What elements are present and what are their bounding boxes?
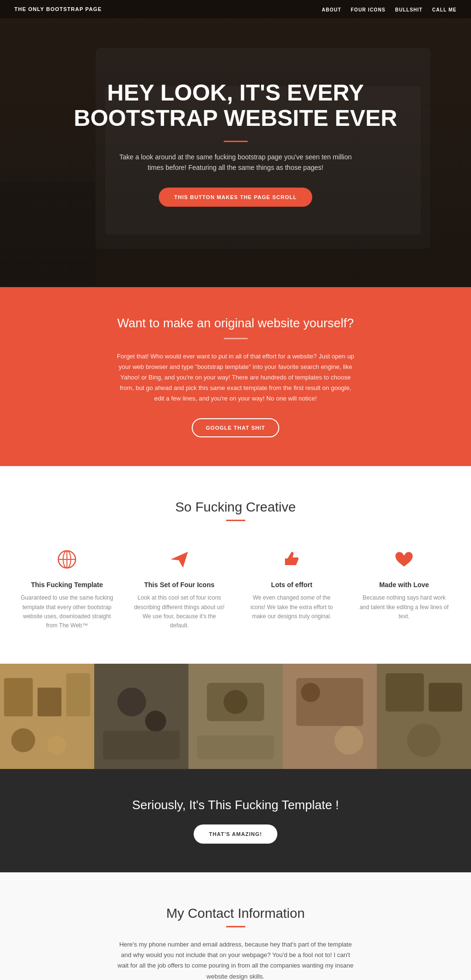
contact-divider bbox=[226, 926, 245, 927]
creative-heading: So Fucking Creative bbox=[14, 500, 457, 515]
nav-about[interactable]: ABOUT bbox=[322, 7, 341, 12]
contact-desc: Here's my phone number and email address… bbox=[116, 939, 355, 980]
orange-divider bbox=[224, 338, 248, 339]
svg-point-18 bbox=[224, 690, 248, 714]
hero-subtitle: Take a look around at the same fucking b… bbox=[116, 152, 355, 173]
nav-four-icons[interactable]: FOUR ICONS bbox=[351, 7, 386, 12]
effort-title: Lots of effort bbox=[245, 581, 339, 589]
contact-heading: My Contact Information bbox=[14, 906, 457, 921]
nav-bullshit[interactable]: BULLSHIT bbox=[395, 7, 422, 12]
nav-brand: THE ONLY BOOTSTRAP PAGE bbox=[14, 6, 102, 12]
svg-point-27 bbox=[407, 724, 441, 757]
icon-item-four-icons: This Set of Four Icons Look at this cool… bbox=[133, 545, 226, 630]
four-icons-title: This Set of Four Icons bbox=[133, 581, 226, 589]
four-icons-desc: Look at this cool set of four icons desc… bbox=[133, 593, 226, 630]
svg-point-23 bbox=[335, 726, 363, 755]
heart-icon bbox=[390, 545, 418, 574]
nav-links: ABOUT FOUR ICONS BULLSHIT CALL ME bbox=[322, 5, 457, 13]
svg-rect-25 bbox=[386, 673, 424, 712]
svg-point-13 bbox=[118, 688, 146, 716]
effort-desc: We even changed some of the icons! We ta… bbox=[245, 593, 339, 621]
svg-marker-4 bbox=[171, 552, 188, 567]
svg-point-11 bbox=[47, 735, 66, 755]
dark-section: Seriously, It's This Fucking Template ! … bbox=[0, 769, 471, 872]
icon-item-template: This Fucking Template Guaranteed to use … bbox=[21, 545, 114, 630]
love-title: Made with Love bbox=[358, 581, 451, 589]
svg-rect-9 bbox=[66, 673, 90, 716]
contact-section: My Contact Information Here's my phone n… bbox=[0, 872, 471, 980]
template-icon-desc: Guaranteed to use the same fucking templ… bbox=[21, 593, 114, 630]
svg-rect-8 bbox=[38, 688, 62, 716]
svg-point-10 bbox=[11, 728, 35, 752]
navbar: THE ONLY BOOTSTRAP PAGE ABOUT FOUR ICONS… bbox=[0, 0, 471, 18]
icons-grid: This Fucking Template Guaranteed to use … bbox=[21, 545, 451, 630]
paper-plane-icon bbox=[165, 545, 194, 574]
template-icon bbox=[53, 545, 81, 574]
svg-rect-15 bbox=[103, 731, 180, 759]
svg-rect-19 bbox=[197, 735, 274, 759]
svg-point-22 bbox=[301, 683, 320, 702]
orange-heading: Want to make an original website yoursel… bbox=[14, 316, 457, 331]
google-button[interactable]: GOOGLE THAT SHIT bbox=[192, 418, 280, 437]
creative-section: So Fucking Creative This Fucking Templat… bbox=[0, 466, 471, 664]
orange-body: Forget that! Who would ever want to put … bbox=[116, 351, 355, 404]
amazing-button[interactable]: THAT'S AMAZING! bbox=[194, 824, 277, 844]
scroll-button[interactable]: THIS BUTTON MAKES THE PAGE SCROLL bbox=[159, 188, 312, 207]
nav-call-me[interactable]: CALL ME bbox=[432, 7, 457, 12]
icon-item-love: Made with Love Because nothing says hard… bbox=[358, 545, 451, 630]
icon-item-effort: Lots of effort We even changed some of t… bbox=[245, 545, 339, 630]
photo-strip bbox=[0, 664, 471, 769]
love-desc: Because nothing says hard work and talen… bbox=[358, 593, 451, 621]
photo-3 bbox=[188, 664, 283, 769]
svg-rect-7 bbox=[4, 678, 33, 716]
orange-section: Want to make an original website yoursel… bbox=[0, 287, 471, 466]
svg-rect-26 bbox=[429, 683, 462, 712]
photo-4 bbox=[283, 664, 377, 769]
photo-5 bbox=[377, 664, 471, 769]
hero-title: HEY LOOK, IT'S EVERY BOOTSTRAP WEBSITE E… bbox=[68, 80, 403, 131]
photo-1 bbox=[0, 664, 94, 769]
hero-divider bbox=[224, 141, 248, 142]
creative-divider bbox=[226, 520, 245, 521]
svg-point-14 bbox=[145, 711, 166, 732]
thumbs-up-icon bbox=[277, 545, 306, 574]
template-icon-title: This Fucking Template bbox=[21, 581, 114, 589]
dark-heading: Seriously, It's This Fucking Template ! bbox=[14, 798, 457, 813]
photo-2 bbox=[94, 664, 188, 769]
hero-section: HEY LOOK, IT'S EVERY BOOTSTRAP WEBSITE E… bbox=[0, 0, 471, 287]
